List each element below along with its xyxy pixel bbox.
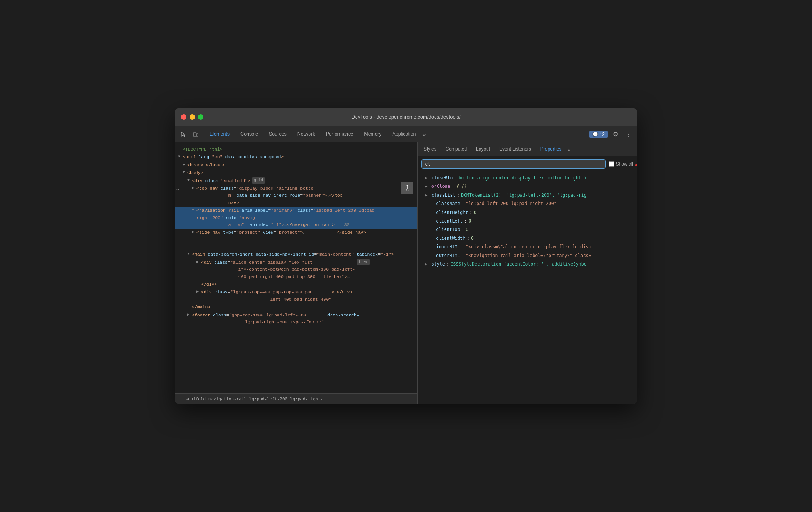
prop-value: 0 [474,209,476,216]
prop-value: "<div class=\"align-center display-flex … [466,243,591,250]
prop-outerHTML[interactable]: outerHTML : "<navigation-rail aria-label… [418,251,637,260]
prop-value: 0 [471,235,474,242]
doctype-text: <!DOCTYPE html> [183,146,223,153]
feedback-count: 12 [600,132,605,137]
triangle-icon[interactable] [183,162,187,168]
devtools-window: DevTools - developer.chrome.com/docs/dev… [175,108,637,404]
tree-doctype[interactable]: <!DOCTYPE html> [175,146,417,153]
tab-layout[interactable]: Layout [471,142,495,156]
prop-classList[interactable]: classList : DOMTokenList(2) ['lg:pad-lef… [418,191,637,199]
properties-search-bar: Show all ◀ [418,156,637,172]
prop-key: closeBtn [431,174,453,181]
svg-rect-1 [196,134,198,136]
prop-clientHeight[interactable]: clientHeight : 0 [418,208,637,217]
prop-triangle-icon[interactable] [425,184,430,189]
tab-memory[interactable]: Memory [359,126,387,142]
tab-network[interactable]: Network [292,126,320,142]
close-button[interactable] [181,114,186,120]
tree-main-close[interactable]: </main> [175,303,417,311]
triangle-icon[interactable] [187,312,192,318]
toolbar-left [178,129,201,140]
triangle-icon[interactable] [192,229,196,235]
tab-application[interactable]: Application [387,126,421,142]
prop-value: 0 [468,218,471,224]
settings-button[interactable]: ⚙ [610,129,621,140]
prop-triangle-icon[interactable] [425,261,430,267]
triangle-icon[interactable] [187,251,192,257]
tab-computed[interactable]: Computed [441,142,471,156]
prop-key: clientTop [436,226,460,233]
more-tabs-button[interactable]: » [421,131,428,137]
minimize-button[interactable] [190,114,195,120]
tab-sources[interactable]: Sources [263,126,292,142]
accessibility-button[interactable] [401,182,413,194]
triangle-icon[interactable] [196,289,201,295]
badge-grid: grid [252,177,265,184]
props-list-container: closeBtn : button.align-center.display-f… [418,172,637,270]
window-title: DevTools - developer.chrome.com/docs/dev… [351,114,460,120]
tree-head[interactable]: <head>…</head> [175,161,417,169]
triangle-icon[interactable] [183,169,187,176]
right-tab-bar: Styles Computed Layout Event Listeners P… [418,142,637,156]
tab-event-listeners[interactable]: Event Listeners [495,142,536,156]
prop-value-func: f () [456,183,466,190]
prop-value: DOMTokenList(2) ['lg:pad-left-200', 'lg:… [461,192,586,199]
prop-value: "<navigation-rail aria-label=\"primary\"… [466,252,591,259]
show-all-checkbox[interactable] [609,161,614,167]
tab-bar: Elements Console Sources Network Perform… [175,126,637,142]
inspect-element-button[interactable] [178,129,189,140]
tree-html[interactable]: <html lang="en" data-cookies-accepted> [175,153,417,161]
prop-key: innerHTML [436,243,460,250]
settings-icon: ⚙ [613,131,618,138]
prop-onClose[interactable]: onClose : f () [418,182,637,191]
tree-footer[interactable]: <footer class="gap-top-1000 lg:pad-left-… [175,311,417,326]
prop-clientLeft[interactable]: clientLeft : 0 [418,217,637,225]
triangle-icon[interactable] [187,177,192,184]
tab-performance[interactable]: Performance [320,126,359,142]
prop-innerHTML[interactable]: innerHTML : "<div class=\"align-center d… [418,243,637,251]
tab-console[interactable]: Console [235,126,263,142]
tree-gap-div[interactable]: <div class="lg:gap-top-400 gap-top-300 p… [175,288,417,303]
prop-clientWidth[interactable]: clientWidth : 0 [418,234,637,243]
badge-flex: flex [357,259,370,265]
toolbar-right: 💬 12 ⚙ ⋮ [589,129,634,140]
show-all-label: Show all [609,161,633,167]
triangle-icon[interactable] [196,259,201,265]
prop-triangle-icon[interactable] [425,175,430,181]
properties-list: closeBtn : button.align-center.display-f… [418,172,637,404]
maximize-button[interactable] [198,114,203,120]
dom-tree[interactable]: <!DOCTYPE html> <html lang="en" data-coo… [175,142,417,393]
prop-triangle-icon[interactable] [425,192,430,198]
breadcrumb: … .scaffold navigation-rail.lg:pad-left-… [175,393,417,404]
tree-body[interactable]: <body> [175,169,417,177]
right-panel: Styles Computed Layout Event Listeners P… [418,142,637,404]
prop-key: clientHeight [436,209,468,216]
more-right-tabs-button[interactable]: » [566,146,572,152]
tab-styles[interactable]: Styles [419,142,441,156]
breadcrumb-text: .scaffold navigation-rail.lg:pad-left-20… [183,397,331,402]
feedback-button[interactable]: 💬 12 [589,131,608,138]
tree-main[interactable]: <main data-search-inert data-side-nav-in… [175,251,417,258]
tree-scaffold[interactable]: <div class="scaffold"> grid [175,177,417,185]
prop-closeBtn[interactable]: closeBtn : button.align-center.display-f… [418,174,637,182]
prop-value: "lg:pad-left-200 lg:pad-right-200" [466,200,556,207]
triangle-icon[interactable] [192,207,196,213]
prop-value: CSSStyleDeclaration {accentColor: '', ad… [451,261,587,268]
tree-side-nav[interactable]: <side-nav type="project" view="project">… [175,229,417,251]
triangle-icon[interactable] [178,154,183,160]
tree-nav-rail[interactable]: <navigation-rail aria-label="primary" cl… [175,207,417,229]
properties-search-input[interactable] [421,159,606,169]
prop-key: outerHTML [436,252,460,259]
device-toolbar-button[interactable] [190,129,201,140]
triangle-icon[interactable] [192,185,196,191]
prop-className[interactable]: className : "lg:pad-left-200 lg:pad-righ… [418,199,637,208]
more-options-button[interactable]: ⋮ [623,129,634,140]
tree-top-nav[interactable]: … <top-nav class="display-block hairline… [175,185,417,207]
tree-title-bar-div[interactable]: <div class="align-center display-flex ju… [175,259,417,281]
prop-clientTop[interactable]: clientTop : 0 [418,225,637,234]
tree-div-close[interactable]: </div> [175,281,417,288]
tab-properties[interactable]: Properties [536,142,566,156]
prop-style[interactable]: style : CSSStyleDeclaration {accentColor… [418,260,637,268]
tag-text: <html [183,154,198,161]
tab-elements[interactable]: Elements [204,126,235,142]
